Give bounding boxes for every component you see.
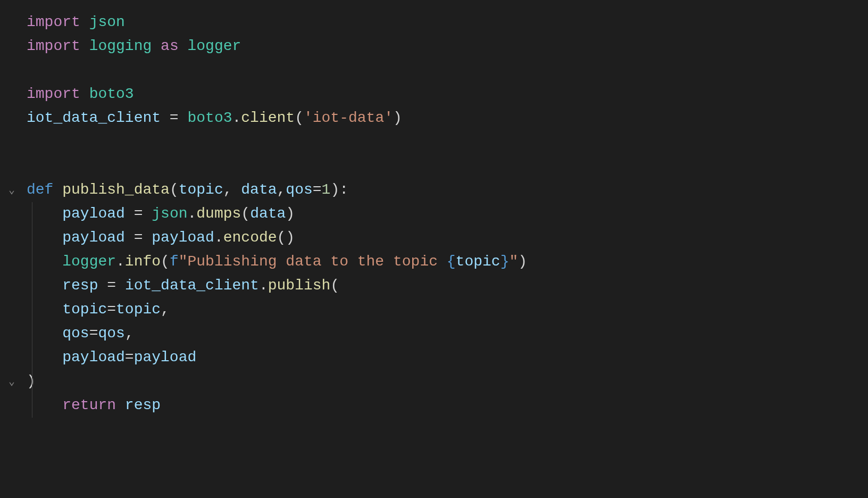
token (179, 38, 188, 54)
code-line[interactable]: topic=topic, (0, 298, 868, 322)
token: import (27, 38, 80, 54)
token (80, 38, 89, 54)
code-line[interactable]: ⌄) (0, 370, 868, 394)
code-line[interactable]: iot_data_client = boto3.client('iot-data… (0, 106, 868, 130)
line-content: qos=qos, (27, 322, 134, 346)
indent-guide (32, 322, 32, 346)
token: = (134, 205, 143, 222)
token: = (313, 181, 322, 198)
token: ( (161, 253, 170, 270)
token (80, 14, 89, 30)
line-content: topic=topic, (27, 298, 170, 322)
token: ) (518, 253, 527, 270)
token: topic (456, 253, 500, 270)
token: ( (330, 277, 339, 294)
token: return (62, 397, 116, 413)
token: resp (125, 397, 161, 413)
token: f (170, 253, 179, 270)
indent-guide (32, 250, 32, 274)
token: () (277, 229, 295, 246)
code-line[interactable]: return resp (0, 394, 868, 418)
token: payload (152, 229, 214, 246)
token: resp (62, 277, 98, 294)
line-content: logger.info(f"Publishing data to the top… (27, 250, 527, 274)
token (98, 277, 107, 294)
token: = (170, 110, 179, 126)
fold-icon[interactable]: ⌄ (6, 182, 17, 199)
code-line[interactable]: qos=qos, (0, 322, 868, 346)
indent-guide (32, 370, 32, 394)
indent-guide (32, 226, 32, 250)
code-line[interactable] (0, 154, 868, 178)
code-line[interactable]: import logging as logger (0, 35, 868, 59)
token: publish_data (62, 181, 170, 198)
code-line[interactable] (0, 59, 868, 82)
code-line[interactable]: payload = payload.encode() (0, 226, 868, 250)
line-content: resp = iot_data_client.publish( (27, 274, 339, 298)
token: topic (179, 181, 223, 198)
fold-icon[interactable]: ⌄ (6, 374, 17, 391)
token (116, 397, 125, 413)
token (80, 86, 89, 102)
line-content: payload = payload.encode() (27, 226, 295, 250)
indent-guide (32, 274, 32, 298)
token: logger (188, 38, 241, 54)
code-line[interactable]: import boto3 (0, 82, 868, 106)
code-line[interactable]: resp = iot_data_client.publish( (0, 274, 868, 298)
token: } (500, 253, 510, 270)
token: = (134, 229, 143, 246)
token: , (223, 181, 241, 198)
token: . (232, 110, 241, 126)
line-content: import boto3 (27, 82, 134, 106)
token: ( (170, 181, 179, 198)
token (116, 277, 125, 294)
token: topic (116, 301, 161, 318)
token: , (277, 181, 286, 198)
token (125, 229, 134, 246)
token: publish (268, 277, 331, 294)
indent-guide (32, 394, 32, 418)
line-content: iot_data_client = boto3.client('iot-data… (27, 106, 402, 130)
code-line[interactable]: import json (0, 11, 868, 35)
line-content: def publish_data(topic, data,qos=1): (27, 178, 348, 202)
token: boto3 (187, 110, 232, 126)
token: iot_data_client (125, 277, 259, 294)
token: " (509, 253, 518, 270)
token: json (89, 14, 125, 30)
token: ) (393, 110, 402, 126)
token: json (152, 205, 187, 222)
token: , (161, 301, 170, 318)
code-line[interactable]: payload=payload (0, 346, 868, 370)
line-content: return resp (27, 394, 161, 418)
code-line[interactable]: ⌄def publish_data(topic, data,qos=1): (0, 178, 868, 202)
token: as (161, 38, 179, 54)
code-editor[interactable]: import jsonimport logging as loggerimpor… (0, 11, 868, 418)
token (143, 229, 152, 246)
token: ( (241, 205, 250, 222)
token: . (259, 277, 268, 294)
token: def (27, 181, 53, 198)
line-content: import json (27, 11, 125, 35)
token: . (116, 253, 125, 270)
token: data (241, 181, 277, 198)
code-line[interactable]: logger.info(f"Publishing data to the top… (0, 250, 868, 274)
token: 'iot-data' (304, 110, 393, 126)
token: 1 (322, 181, 331, 198)
token: qos (62, 325, 89, 342)
token: import (27, 86, 80, 102)
token: payload (62, 349, 125, 366)
code-line[interactable]: payload = json.dumps(data) (0, 202, 868, 226)
token: = (125, 349, 134, 366)
token: encode (223, 229, 277, 246)
code-line[interactable] (0, 130, 868, 154)
token: payload (134, 349, 197, 366)
token: logging (89, 38, 152, 54)
token: = (89, 325, 98, 342)
token: { (447, 253, 456, 270)
token: = (107, 277, 116, 294)
token: qos (98, 325, 124, 342)
token: . (188, 205, 197, 222)
token: ): (330, 181, 348, 198)
line-content: ) (27, 370, 36, 394)
token: topic (62, 301, 107, 318)
